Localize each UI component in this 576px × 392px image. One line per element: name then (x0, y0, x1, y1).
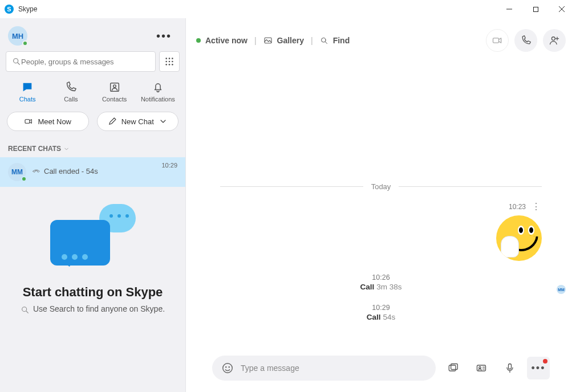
add-user-icon (549, 35, 560, 46)
chevron-down-icon (63, 146, 70, 152)
message-menu-button[interactable]: ⋮ (530, 201, 542, 212)
svg-point-26 (226, 367, 226, 368)
search-input[interactable] (21, 58, 149, 66)
svg-point-16 (113, 85, 116, 88)
separator: | (252, 36, 259, 45)
window-maximize-button[interactable] (522, 0, 549, 18)
emoji-sticker[interactable] (496, 215, 542, 261)
emoji-picker-icon[interactable] (221, 362, 234, 374)
title-bar: S Skype (0, 0, 576, 18)
recent-chats-header[interactable]: RECENT CHATS (0, 140, 185, 157)
nav-tab-contacts[interactable]: Contacts (95, 81, 135, 103)
header-find[interactable]: Find (333, 36, 350, 45)
conversation-panel: Active now | Gallery | Find (186, 18, 576, 392)
skype-app-icon: S (5, 5, 14, 14)
call-label: Call (367, 313, 381, 321)
more-options-button[interactable]: ••• (527, 357, 550, 379)
contact-card-button[interactable] (470, 357, 493, 379)
svg-point-8 (172, 58, 173, 59)
promo-title: Start chatting on Skype (23, 285, 163, 300)
svg-line-19 (26, 311, 28, 313)
message-composer[interactable] (212, 356, 436, 381)
gallery-icon (263, 36, 273, 45)
day-separator: Today (220, 182, 542, 191)
presence-indicator (21, 176, 27, 182)
svg-point-4 (14, 59, 18, 63)
chat-list-item[interactable]: MM Call ended - 54s 10:29 (0, 157, 185, 187)
nav-tab-chats[interactable]: Chats (7, 81, 47, 103)
header-active-now[interactable]: Active now (205, 36, 248, 45)
dialpad-icon (165, 57, 174, 66)
video-call-button[interactable] (486, 29, 509, 52)
chat-preview-text: Call ended - 54s (44, 167, 98, 175)
svg-point-31 (479, 367, 481, 369)
nav-tab-calls[interactable]: Calls (51, 81, 91, 103)
svg-point-24 (551, 37, 555, 40)
call-duration: 54s (383, 313, 395, 321)
search-icon (21, 305, 30, 315)
user-menu-button[interactable]: ••• (152, 27, 176, 45)
contact-card-icon (476, 362, 487, 374)
contacts-icon (108, 81, 121, 93)
search-icon (320, 36, 328, 45)
meet-now-button[interactable]: Meet Now (7, 112, 89, 131)
promo-subtitle: Use Search to find anyone on Skype. (33, 304, 165, 313)
chat-avatar: MM (8, 163, 26, 181)
user-initials: MH (12, 32, 23, 40)
chat-time: 10:29 (161, 162, 177, 169)
nav-tab-notifications[interactable]: Notifications (138, 81, 178, 103)
call-label: Call (360, 283, 375, 291)
window-minimize-button[interactable] (496, 0, 522, 18)
svg-point-12 (165, 64, 167, 66)
svg-line-22 (325, 42, 327, 43)
chevron-down-icon (159, 117, 168, 126)
message-row: 10:23 ⋮ (220, 201, 542, 261)
call-event[interactable]: 10:26 Call 3m 38s (220, 273, 542, 291)
call-time: 10:29 (220, 304, 542, 312)
message-input[interactable] (241, 364, 427, 373)
svg-line-5 (18, 63, 19, 64)
voice-message-button[interactable] (498, 357, 521, 379)
svg-point-25 (223, 364, 233, 373)
call-ended-icon (32, 167, 40, 175)
video-icon (492, 35, 503, 46)
nav-label-notifications: Notifications (141, 96, 175, 103)
svg-rect-1 (533, 7, 538, 11)
dialpad-button[interactable] (159, 51, 180, 72)
compose-icon (108, 117, 117, 126)
call-event[interactable]: 10:29 Call 54s (220, 304, 542, 321)
header-gallery[interactable]: Gallery (277, 36, 304, 45)
conversation-header: Active now | Gallery | Find (186, 18, 576, 63)
user-avatar[interactable]: MH (8, 26, 27, 46)
attach-file-button[interactable] (441, 357, 464, 379)
microphone-icon (504, 362, 516, 374)
composer-area: ••• (186, 346, 576, 392)
nav-label-calls: Calls (64, 96, 78, 103)
new-chat-label: New Chat (121, 117, 154, 126)
svg-point-7 (169, 58, 171, 59)
svg-point-27 (229, 367, 229, 368)
svg-rect-28 (449, 365, 456, 371)
new-chat-button[interactable]: New Chat (97, 112, 179, 131)
more-icon: ••• (532, 362, 546, 374)
profile-row: MH ••• (0, 18, 185, 51)
svg-rect-29 (451, 364, 458, 370)
separator: | (309, 36, 315, 45)
read-receipt: MM (557, 285, 566, 294)
message-list: Today 10:23 ⋮ 10:26 Call 3m 38s (186, 63, 576, 346)
chat-illustration (50, 204, 136, 272)
window-close-button[interactable] (549, 0, 575, 18)
phone-icon (64, 81, 77, 93)
call-time: 10:26 (220, 273, 542, 281)
svg-point-21 (321, 38, 326, 42)
add-participants-button[interactable] (543, 29, 566, 52)
empty-state-promo: Start chatting on Skype Use Search to fi… (0, 187, 185, 392)
presence-indicator (22, 40, 28, 46)
search-box[interactable] (6, 51, 156, 72)
search-icon (12, 57, 21, 66)
svg-point-11 (172, 61, 173, 63)
recent-chats-label: RECENT CHATS (8, 145, 61, 153)
audio-call-button[interactable] (514, 29, 537, 52)
svg-rect-17 (25, 120, 30, 124)
attachment-icon (447, 362, 459, 374)
